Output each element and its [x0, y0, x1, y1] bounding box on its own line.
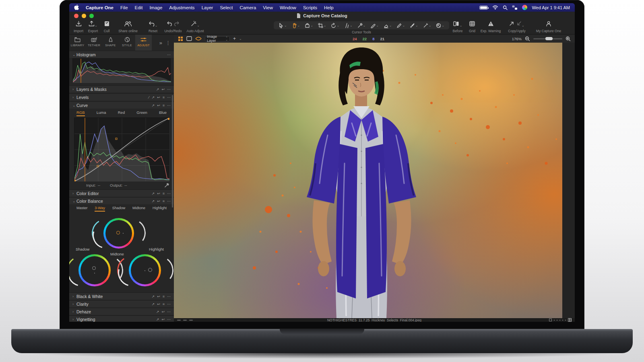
tab-shape[interactable]: SHAPE — [102, 35, 119, 47]
share-online-button[interactable]: Share online — [114, 21, 142, 33]
menu-image[interactable]: Image — [149, 5, 162, 10]
pick-color-tool[interactable]: ⌄ — [357, 23, 366, 28]
tab-library[interactable]: LIBRARY — [69, 35, 86, 47]
auto-adjust-button[interactable]: ⌄ Auto Adjust — [185, 21, 205, 33]
layer-selector-dropdown[interactable]: Image Layer ⌃⌄ — [205, 36, 230, 41]
panel-auto-icon[interactable]: ↗ — [152, 302, 155, 306]
menu-help[interactable]: Help — [324, 5, 334, 10]
multi-view-icon[interactable] — [178, 36, 183, 41]
cb-tab-midtone[interactable]: Midtone — [132, 206, 145, 212]
panel-reset-icon[interactable]: ↩ — [157, 103, 160, 107]
viewer-left-controls[interactable] — [177, 320, 193, 321]
zoom-out-icon[interactable] — [525, 36, 530, 41]
panel-reset-icon[interactable]: ↩ — [161, 87, 165, 91]
my-capture-one-button[interactable]: My Capture One — [531, 21, 566, 33]
gradient-mask-tool[interactable]: ⌄ — [423, 23, 431, 28]
panel-auto-icon[interactable]: ↗ — [152, 103, 155, 107]
expand-caret-icon[interactable]: › — [72, 317, 76, 321]
battery-icon[interactable] — [479, 6, 488, 10]
menu-layer[interactable]: Layer — [202, 5, 213, 10]
pagination-dot[interactable] — [562, 320, 563, 321]
crop-tool[interactable]: ⌄ — [318, 23, 326, 28]
curve-tab-green[interactable]: Green — [136, 110, 147, 116]
menu-edit[interactable]: Edit — [135, 5, 143, 10]
collapse-caret-icon[interactable]: ⌄ — [72, 53, 76, 57]
panel-auto-icon[interactable]: ↗ — [156, 310, 159, 314]
panel-reset-icon[interactable]: ↩ — [161, 310, 165, 314]
panel-presets-icon[interactable]: ≡ — [163, 199, 165, 203]
erase-mask-tool[interactable]: ⌄ — [384, 23, 392, 28]
panel-auto-icon[interactable]: ↗ — [152, 95, 155, 99]
panel-more-icon[interactable]: ⋯ — [167, 87, 171, 91]
panel-more-icon[interactable]: ⋯ — [167, 302, 171, 306]
cb-tab-3way[interactable]: 3-Way — [95, 206, 105, 212]
color-balance-panel-header[interactable]: ⌄ Color Balance ↗↩≡⋯ — [69, 197, 174, 204]
panel-reset-icon[interactable]: ↩ — [157, 95, 160, 99]
panel-presets-icon[interactable]: ≡ — [163, 191, 165, 195]
browser-grid-icon[interactable] — [568, 318, 572, 322]
panel-auto-icon[interactable]: ↗ — [156, 317, 159, 321]
curve-eyedropper-icon[interactable] — [164, 183, 169, 188]
curve-tab-blue[interactable]: Blue — [159, 110, 167, 116]
panel-more-icon[interactable]: ⋯ — [167, 103, 171, 107]
panel-more-icon[interactable]: ⋯ — [167, 310, 171, 314]
panel-presets-icon[interactable]: ≡ — [163, 302, 165, 306]
vignetting-panel-header[interactable]: › Vignetting ↗↩⋯ — [69, 315, 174, 322]
panel-more-icon[interactable]: ⋯ — [167, 294, 171, 298]
midtone-wheel-marker[interactable] — [116, 231, 120, 234]
pagination-dot[interactable] — [565, 320, 566, 321]
panel-pick-icon[interactable]: ∕ — [149, 95, 149, 99]
wifi-icon[interactable] — [492, 5, 498, 10]
expand-caret-icon[interactable]: › — [72, 95, 76, 99]
menu-scripts[interactable]: Scripts — [303, 5, 317, 10]
undo-redo-button[interactable]: Undo/Redo — [163, 21, 184, 33]
draw-mask-tool[interactable]: ⌄ — [370, 23, 379, 28]
panel-reset-icon[interactable]: ↩ — [157, 199, 160, 203]
curve-tab-red[interactable]: Red — [118, 110, 125, 116]
curve-tab-rgb[interactable]: RGB — [76, 110, 85, 116]
pagination-dot[interactable] — [554, 320, 555, 321]
curve-canvas[interactable] — [74, 117, 169, 181]
panel-more-icon[interactable]: ⋯ — [167, 317, 171, 321]
histogram-canvas[interactable] — [72, 58, 171, 82]
panel-reset-icon[interactable]: ↩ — [157, 302, 160, 306]
expand-caret-icon[interactable]: › — [72, 191, 76, 195]
collapse-caret-icon[interactable]: ⌄ — [72, 199, 76, 203]
panel-more-icon[interactable]: ⋯ — [167, 191, 171, 195]
panel-reset-icon[interactable]: ↩ — [161, 317, 165, 321]
zoom-slider-handle[interactable] — [545, 37, 553, 40]
cb-tab-highlight[interactable]: Highlight — [153, 206, 167, 212]
export-button[interactable]: ⌄ Export — [85, 21, 101, 33]
panel-auto-icon[interactable]: ↗ — [152, 199, 155, 203]
panel-auto-icon[interactable]: ↗ — [152, 191, 155, 195]
straighten-tool[interactable]: ⌄ — [344, 23, 353, 28]
thumbnail-toggle-icon[interactable] — [549, 319, 552, 321]
panel-auto-icon[interactable]: ↗ — [152, 294, 155, 298]
curve-tab-luma[interactable]: Luma — [97, 110, 106, 116]
add-layer-button[interactable]: + — [233, 36, 236, 41]
curve-panel-header[interactable]: ⌄ Curve ↗↩≡⋯ — [69, 101, 174, 109]
zoom-level-value[interactable]: 176% — [512, 37, 522, 41]
expand-caret-icon[interactable]: › — [72, 294, 76, 298]
pagination-dot[interactable] — [557, 320, 557, 321]
black-white-panel-header[interactable]: › Black & White ↗↩≡⋯ — [69, 292, 174, 300]
grid-button[interactable]: Grid — [466, 21, 479, 33]
spot-removal-tool[interactable]: ⌄ — [436, 23, 444, 28]
shadow-wheel-marker[interactable] — [92, 266, 96, 270]
exposure-warning-button[interactable]: Exp. Warning — [478, 21, 503, 33]
control-center-icon[interactable] — [512, 5, 518, 10]
single-view-icon[interactable] — [186, 36, 192, 41]
layers-masks-panel-header[interactable]: › Layers & Masks ↗↩⋯ — [69, 85, 174, 93]
close-window-button[interactable] — [74, 14, 78, 18]
before-button[interactable]: ⌄ Before — [450, 21, 466, 33]
color-editor-panel-header[interactable]: › Color Editor ↗↩≡⋯ — [69, 189, 174, 197]
zoom-in-icon[interactable] — [566, 36, 571, 41]
cb-tab-master[interactable]: Master — [76, 206, 88, 212]
copy-apply-button[interactable]: ⌄ Copy/Apply — [505, 21, 529, 33]
pagination-dot[interactable] — [559, 320, 560, 321]
add-layer-chevron-icon[interactable]: ⌄ — [239, 37, 242, 41]
menu-select[interactable]: Select — [220, 5, 233, 10]
tab-tether[interactable]: TETHER — [86, 35, 102, 47]
panel-more-icon[interactable]: ⋯ — [167, 95, 171, 99]
zoom-window-button[interactable] — [89, 14, 94, 18]
